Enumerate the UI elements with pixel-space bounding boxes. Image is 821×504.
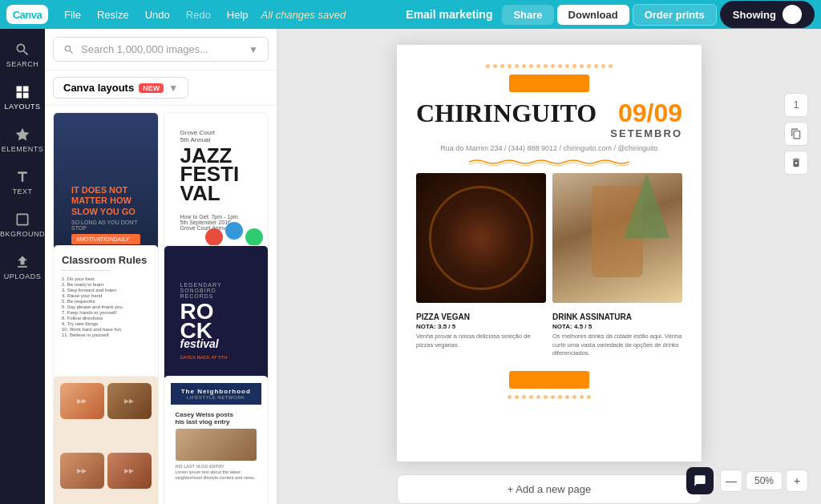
doc-item-2: DRINK ASSINATURA NOTA: 4.5 / 5 Os melhor…	[552, 312, 682, 358]
template-item-5[interactable]	[53, 376, 159, 504]
document-wrapper: CHIRINGUITO 09/09 SETEMBRO Rua do Marrim…	[397, 45, 702, 504]
item-1-desc: Venha provar a nossa deliciosa seleção d…	[416, 333, 546, 349]
panel-search-area: Search 1,000,000 images... ▼	[45, 29, 277, 71]
sidebar-item-elements[interactable]: ELEMENTS	[2, 120, 42, 159]
resize-menu[interactable]: Resize	[91, 6, 135, 24]
sidebar-uploads-label: UPLOADS	[4, 272, 42, 280]
sidebar-item-uploads[interactable]: UPLOADS	[2, 248, 42, 287]
delete-page-button[interactable]	[784, 151, 808, 175]
item-1-title: PIZZA VEGAN	[416, 312, 546, 321]
pizza-image	[416, 173, 546, 303]
project-name: Email marketing	[406, 8, 492, 21]
doc-orange-bar-top	[509, 75, 589, 92]
search-box-icon	[63, 44, 75, 55]
item-2-desc: Os melhores drinks da cidade estão aqui.…	[552, 333, 682, 358]
add-page-button[interactable]: + Add a new page	[397, 474, 702, 504]
layouts-icon	[14, 84, 30, 100]
share-button[interactable]: Share	[502, 5, 553, 25]
canva-logo[interactable]: Canva	[6, 5, 48, 24]
help-menu[interactable]: Help	[220, 6, 255, 24]
template-item-2[interactable]: Grove Court5th Annual JAZZFESTIVAL How t…	[164, 112, 269, 263]
zoom-out-button[interactable]: —	[720, 470, 742, 492]
template-item-6[interactable]: The Neighborhood LIFESTYLE NETWORK Casey…	[164, 376, 269, 504]
item-1-rating: NOTA: 3.5 / 5	[416, 323, 546, 330]
template-panel: Search 1,000,000 images... ▼ Canva layou…	[45, 29, 277, 504]
wavy-lines-icon	[469, 157, 629, 167]
chat-icon	[694, 474, 706, 487]
download-button[interactable]: Download	[557, 5, 629, 25]
doc-orange-bar-bottom	[509, 371, 589, 389]
undo-menu[interactable]: Undo	[139, 6, 176, 24]
template-item-3[interactable]: Classroom Rules — — — — — — — — 1. Do yo…	[53, 245, 159, 396]
text-icon	[14, 169, 30, 185]
filter-label: Canva layouts	[63, 82, 134, 94]
template-item-4[interactable]: LEGENDARYSONGBIRDRECORDS ROCK festival D…	[164, 245, 269, 396]
search-chevron-icon: ▼	[249, 44, 258, 55]
doc-title: CHIRINGUITO	[416, 100, 597, 126]
search-icon	[14, 42, 30, 58]
doc-images	[416, 173, 682, 303]
sidebar-item-layouts[interactable]: LAYOUTS	[2, 78, 42, 117]
order-prints-button[interactable]: Order prints	[633, 4, 717, 26]
uploads-icon	[14, 254, 30, 270]
top-nav: Canva File Resize Undo Redo Help All cha…	[0, 0, 821, 29]
sidebar-search-label: SEARCH	[6, 60, 39, 68]
doc-dots-bottom	[416, 395, 682, 399]
file-menu[interactable]: File	[58, 6, 87, 24]
elements-icon	[14, 127, 30, 143]
sidebar-elements-label: ELEMENTS	[2, 145, 44, 153]
sidebar-item-background[interactable]: BKGROUND	[2, 205, 42, 244]
chat-button[interactable]	[686, 467, 714, 494]
template-item-1[interactable]: IT DOES NOTMATTER HOWSLOW YOU GO SO LONG…	[53, 112, 159, 263]
main-layout: SEARCH LAYOUTS ELEMENTS TEXT BKGROUND	[0, 29, 821, 504]
filter-button[interactable]: Canva layouts NEW ▼	[53, 77, 188, 99]
sidebar-layouts-label: LAYOUTS	[5, 103, 41, 111]
filter-chevron-icon: ▼	[168, 83, 178, 94]
bottom-controls: — 50% +	[686, 467, 808, 494]
doc-wavy	[416, 157, 682, 167]
document[interactable]: CHIRINGUITO 09/09 SETEMBRO Rua do Marrim…	[397, 45, 702, 462]
item-2-title: DRINK ASSINATURA	[552, 312, 682, 321]
canvas-area: 1	[277, 29, 821, 504]
new-badge: NEW	[139, 83, 164, 93]
page-number: 1	[784, 93, 808, 117]
background-icon	[14, 212, 30, 228]
item-2-rating: NOTA: 4.5 / 5	[552, 323, 682, 330]
doc-item-1: PIZZA VEGAN NOTA: 3.5 / 5 Venha provar a…	[416, 312, 546, 358]
showing-button[interactable]: Showing	[720, 1, 815, 28]
sidebar-item-text[interactable]: TEXT	[2, 163, 42, 202]
doc-items: PIZZA VEGAN NOTA: 3.5 / 5 Venha provar a…	[416, 312, 682, 358]
search-box[interactable]: Search 1,000,000 images... ▼	[53, 37, 269, 62]
search-placeholder: Search 1,000,000 images...	[81, 43, 208, 55]
icon-sidebar: SEARCH LAYOUTS ELEMENTS TEXT BKGROUND	[0, 29, 45, 504]
redo-menu[interactable]: Redo	[180, 6, 217, 24]
filter-area: Canva layouts NEW ▼	[45, 71, 277, 106]
doc-dots-top	[416, 64, 682, 68]
drink-image	[552, 173, 682, 303]
trash-icon	[791, 157, 802, 168]
duplicate-page-button[interactable]	[784, 122, 808, 146]
doc-date: 09/09	[618, 100, 682, 126]
save-status: All changes saved	[261, 9, 346, 21]
doc-address: Rua do Marrim 234 / (344) 888 9012 / chi…	[416, 144, 682, 152]
right-tools: 1	[784, 93, 808, 175]
zoom-in-button[interactable]: +	[786, 470, 808, 492]
sidebar-background-label: BKGROUND	[0, 230, 45, 238]
sidebar-item-search[interactable]: SEARCH	[2, 35, 42, 75]
template-grid: IT DOES NOTMATTER HOWSLOW YOU GO SO LONG…	[45, 106, 277, 504]
zoom-level: 50%	[746, 471, 783, 490]
doc-subtitle: SETEMBRO	[416, 127, 682, 139]
duplicate-icon	[791, 128, 802, 139]
sidebar-text-label: TEXT	[12, 187, 32, 196]
doc-header: CHIRINGUITO 09/09	[416, 100, 682, 126]
user-avatar	[783, 5, 802, 24]
